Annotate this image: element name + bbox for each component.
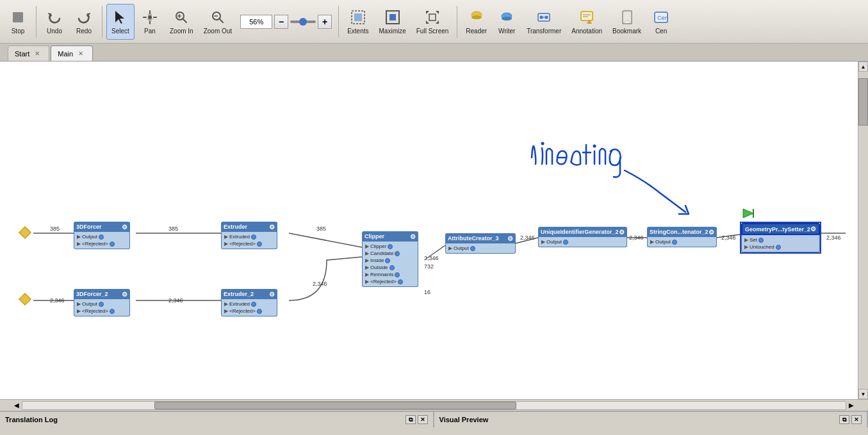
zoom-out-button[interactable]: Zoom Out	[199, 4, 236, 40]
zoom-in-icon	[172, 8, 190, 26]
node-uid-gen2-gear[interactable]: ⚙	[619, 229, 625, 236]
translation-log-close[interactable]: ✕	[418, 415, 428, 424]
node-3dforcer2[interactable]: 3DForcer_2 ⚙ ▶Output ▶<Rejected>	[74, 289, 130, 316]
full-screen-button[interactable]: Full Screen	[412, 4, 454, 40]
transformer-icon	[535, 8, 553, 26]
port-e2-rej: ▶<Rejected>	[224, 308, 274, 315]
hscroll-right[interactable]: ▶	[846, 402, 856, 409]
node-extruder2-body: ▶Extruded ▶<Rejected>	[221, 299, 277, 316]
node-extruder1-gear[interactable]: ⚙	[269, 224, 275, 231]
vscroll-up[interactable]: ▲	[858, 62, 868, 72]
visual-preview-label: Visual Preview	[439, 416, 489, 423]
node-geompr2[interactable]: GeometryPr...tySetter_2 ⚙ ▶Set ▶Untouche…	[740, 222, 821, 254]
vscroll-track	[858, 72, 868, 389]
extents-button[interactable]: Extents	[343, 4, 373, 40]
hscroll-thumb[interactable]	[154, 402, 516, 409]
translation-log-restore[interactable]: ⧉	[405, 415, 416, 424]
vscroll-thumb[interactable]	[858, 78, 868, 126]
transformer-label: Transformer	[527, 28, 561, 35]
svg-marker-46	[19, 293, 31, 305]
reader-button[interactable]: Reader	[461, 4, 491, 40]
svg-rect-11	[354, 13, 362, 21]
hscroll-left[interactable]: ◀	[12, 402, 22, 409]
svg-point-48	[593, 145, 596, 148]
node-extruder2[interactable]: Extruder_2 ⚙ ▶Extruded ▶<Rejected>	[221, 289, 277, 316]
count-2346-7: 2,346	[168, 297, 183, 304]
node-uid-gen2[interactable]: UniqueIdentifierGenerator_2 ⚙ ▶Output	[538, 227, 627, 247]
tab-start-close[interactable]: ✕	[33, 50, 41, 57]
annotation-label: Annotation	[571, 28, 602, 35]
bookmark-button[interactable]: Bookmark	[608, 4, 646, 40]
node-stringcon2[interactable]: StringCon...tenator_2 ⚙ ▶Output	[647, 227, 717, 247]
port-clipper-rej: ▶<Rejected>	[365, 278, 415, 285]
undo-icon	[45, 8, 63, 26]
pan-button[interactable]: Pan	[136, 4, 164, 40]
select-label: Select	[111, 28, 129, 35]
horizontal-scrollbar[interactable]: ◀ ▶	[0, 399, 868, 411]
vscroll-down[interactable]: ▼	[858, 389, 868, 399]
count-385-2: 385	[168, 226, 178, 232]
canvas-area[interactable]: 3DForcer ⚙ ▶Output ▶<Rejected> Extruder …	[0, 62, 868, 399]
cen-label: Cen	[655, 28, 667, 35]
zoom-input[interactable]	[240, 15, 272, 29]
node-3dforcer1[interactable]: 3DForcer ⚙ ▶Output ▶<Rejected>	[74, 222, 130, 249]
node-gear[interactable]: ⚙	[122, 224, 127, 231]
svg-point-25	[545, 16, 548, 19]
port-ac3-output: ▶Output	[448, 245, 512, 252]
cen-button[interactable]: Cen Cen	[647, 4, 675, 40]
vertical-scrollbar[interactable]: ▲ ▼	[858, 62, 868, 399]
transformer-button[interactable]: Transformer	[522, 4, 566, 40]
tab-main-close[interactable]: ✕	[77, 50, 85, 57]
tab-spacer	[3, 48, 8, 61]
node-clipper-gear[interactable]: ⚙	[410, 233, 416, 240]
node-3dforcer2-header: 3DForcer_2 ⚙	[74, 289, 130, 299]
svg-line-9	[219, 19, 223, 22]
zoom-plus-btn[interactable]: +	[318, 15, 332, 29]
redo-label: Redo	[76, 28, 92, 35]
writer-icon	[498, 8, 516, 26]
undo-button[interactable]: Undo	[40, 4, 69, 40]
tab-main[interactable]: Main ✕	[51, 45, 93, 61]
count-2346-2: 2,346	[520, 234, 535, 241]
maximize-button[interactable]: Maximize	[375, 4, 411, 40]
zoom-thumb[interactable]	[299, 18, 307, 26]
node-3dforcer2-gear[interactable]: ⚙	[122, 291, 127, 298]
tab-main-label: Main	[58, 50, 73, 58]
node-attrcreator3-gear[interactable]: ⚙	[507, 235, 513, 242]
redo-button[interactable]: Redo	[70, 4, 98, 40]
node-extruder1-body: ▶Extruded ▶<Rejected>	[221, 232, 277, 249]
node-extruder1[interactable]: Extruder ⚙ ▶Extruded ▶<Rejected>	[221, 222, 277, 249]
svg-point-18	[471, 15, 482, 19]
svg-point-47	[541, 142, 545, 145]
writer-button[interactable]: Writer	[493, 4, 521, 40]
select-button[interactable]: Select	[106, 4, 135, 40]
visual-preview-close[interactable]: ✕	[851, 415, 862, 424]
node-clipper[interactable]: Clipper ⚙ ▶Clipper ▶Candidate ▶Inside ▶O…	[362, 231, 418, 287]
annotation-button[interactable]: Annotation	[567, 4, 607, 40]
port-3df2-rej: ▶<Rejected>	[77, 308, 127, 315]
select-icon	[111, 8, 129, 26]
port-untouched: ▶Untouched	[744, 243, 817, 250]
port-inside: ▶Inside	[365, 257, 415, 264]
stop-button[interactable]: Stop	[4, 4, 32, 40]
node-geompr2-gear[interactable]: ⚙	[810, 226, 816, 233]
zoom-in-button[interactable]: Zoom In	[165, 4, 198, 40]
port-sc-output: ▶Output	[650, 238, 714, 245]
node-extruder2-gear[interactable]: ⚙	[269, 291, 275, 298]
zoom-out-label: Zoom Out	[204, 28, 232, 35]
undo-label: Undo	[47, 28, 62, 35]
count-2346-1: 2,346	[424, 255, 439, 261]
separator-2	[102, 6, 102, 38]
svg-rect-0	[13, 12, 23, 22]
node-stringcon2-gear[interactable]: ⚙	[708, 229, 714, 236]
pan-label: Pan	[144, 28, 156, 35]
writer-label: Writer	[498, 28, 515, 35]
node-attrcreator3[interactable]: AttributeCreator_3 ⚙ ▶Output	[445, 233, 516, 254]
visual-preview-restore[interactable]: ⧉	[839, 415, 849, 424]
count-16: 16	[424, 289, 430, 295]
toolbar: Stop Undo Redo Select Pan Zoom In	[0, 0, 868, 44]
cen-icon: Cen	[652, 8, 670, 26]
tab-start[interactable]: Start ✕	[8, 45, 49, 61]
zoom-minus-btn[interactable]: −	[274, 15, 288, 29]
maximize-label: Maximize	[379, 28, 406, 35]
